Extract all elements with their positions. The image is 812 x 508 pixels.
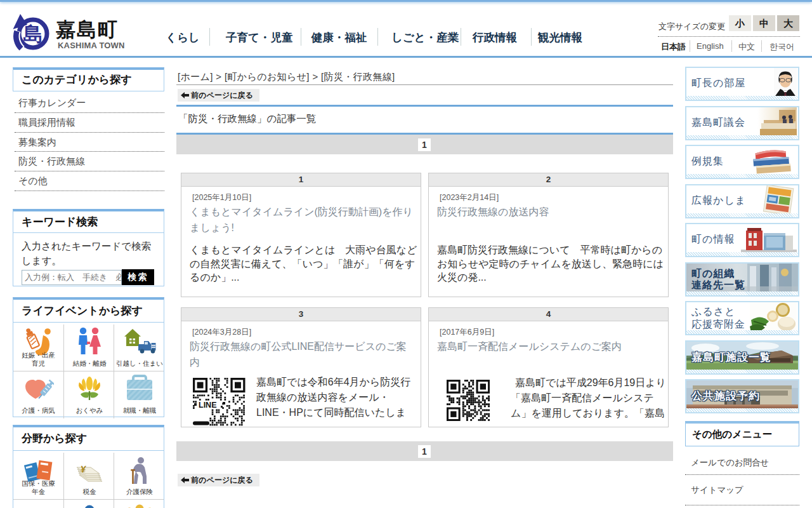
svg-text:LINE: LINE: [199, 401, 216, 410]
svg-text:島: 島: [23, 23, 43, 45]
